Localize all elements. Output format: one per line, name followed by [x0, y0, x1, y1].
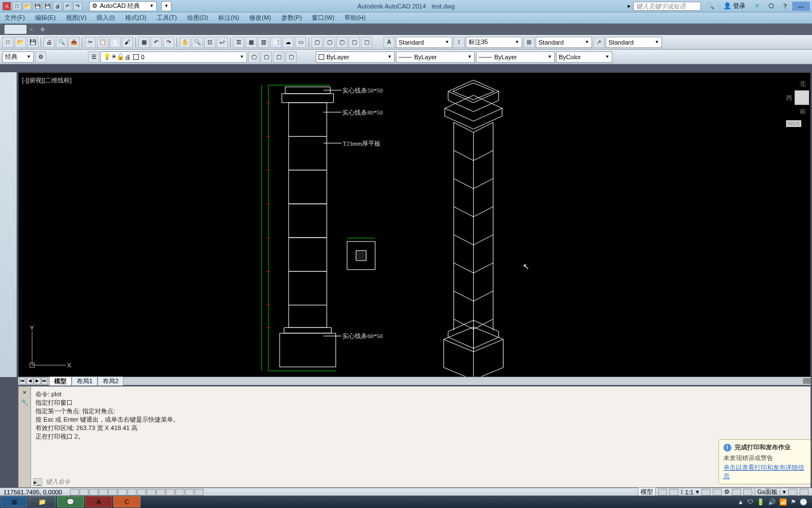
tb-m3-icon[interactable]: ▢ — [336, 37, 347, 48]
search-input[interactable]: 键入关键字或短语 — [633, 2, 701, 11]
task-wechat[interactable]: 💬 — [57, 496, 84, 507]
block-icon[interactable]: ▦ — [138, 37, 149, 48]
close-icon[interactable]: × — [23, 389, 26, 396]
layout-prev-icon[interactable]: ◀ — [27, 378, 33, 384]
ws-gear-icon[interactable]: ⚙ — [35, 51, 46, 63]
workspace2-combo[interactable]: 经典▼ — [2, 51, 34, 63]
cut-icon[interactable]: ✂ — [85, 37, 96, 48]
calc-icon[interactable]: ▭ — [295, 37, 306, 48]
annoauto-toggle[interactable] — [713, 489, 722, 496]
app-menu-button[interactable]: A — [2, 2, 11, 11]
mleader-style-combo[interactable]: Standard▼ — [606, 37, 662, 48]
menu-draw[interactable]: 绘图(D) — [187, 14, 208, 22]
markup-icon[interactable]: ☁ — [283, 37, 294, 48]
undo-icon[interactable]: ↶ — [151, 37, 162, 48]
table-style-combo[interactable]: Standard▼ — [536, 37, 592, 48]
properties-icon[interactable]: ☰ — [233, 37, 244, 48]
textstyle-icon[interactable]: A — [383, 37, 395, 48]
annoscale-icon[interactable]: ⟟ — [681, 488, 683, 496]
annoscale-menu-icon[interactable]: ▾ — [696, 488, 699, 496]
menu-window[interactable]: 窗口(W) — [312, 14, 334, 22]
task-explorer[interactable]: 📁 — [29, 496, 56, 507]
qat-undo-icon[interactable]: ↶ — [63, 2, 72, 11]
menu-file[interactable]: 文件(F) — [5, 14, 25, 22]
dcenter-icon[interactable]: ▦ — [245, 37, 257, 48]
isolate-icon[interactable] — [788, 489, 797, 496]
tb-m2-icon[interactable]: ▢ — [324, 37, 335, 48]
menu-view[interactable]: 视图(V) — [66, 14, 87, 22]
tray-icon[interactable]: 🔊 — [768, 498, 776, 506]
quickview-drawings-icon[interactable] — [669, 489, 678, 496]
cleanscreen-icon[interactable] — [800, 489, 809, 496]
stayconnected-icon[interactable]: ⬡ — [765, 2, 778, 10]
help-icon[interactable]: ? — [780, 3, 790, 10]
pan-icon[interactable]: ✋ — [179, 37, 191, 48]
left-palette[interactable] — [0, 72, 17, 377]
tb-m5-icon[interactable]: ▢ — [361, 37, 372, 48]
task-camtasia[interactable]: C — [113, 496, 140, 507]
paste-icon[interactable]: 📄 — [109, 37, 121, 48]
tray-icon[interactable]: 🔋 — [757, 498, 765, 506]
workspace-menu-button[interactable]: ▼ — [161, 1, 171, 11]
lock-ui-icon[interactable] — [732, 489, 741, 496]
menu-modify[interactable]: 修改(M) — [249, 14, 271, 22]
tb-m4-icon[interactable]: ▢ — [348, 37, 360, 48]
text-style-combo[interactable]: Standard▼ — [396, 37, 452, 48]
tray-icon[interactable]: 🕐 — [800, 498, 807, 506]
sheetset-icon[interactable]: 📑 — [270, 37, 281, 48]
layer-match-icon[interactable]: ▢ — [273, 51, 284, 63]
grid-toggle[interactable] — [80, 489, 89, 496]
qat-print-icon[interactable]: 🖨 — [53, 2, 62, 11]
command-input[interactable]: 键入命令 — [46, 478, 808, 486]
dimstyle-icon[interactable]: ⟟ — [453, 37, 465, 48]
search-arrow-icon[interactable]: ▸ — [628, 2, 631, 10]
qat-redo-icon[interactable]: ↷ — [73, 2, 82, 11]
tab-layout1[interactable]: 布局1 — [72, 376, 98, 386]
quickview-layouts-icon[interactable] — [658, 489, 667, 496]
layout-last-icon[interactable]: ⏭ — [41, 378, 48, 384]
menu-parametric[interactable]: 参数(P) — [281, 14, 302, 22]
zoom-rt-icon[interactable]: 🔍 — [192, 37, 203, 48]
qp-toggle[interactable] — [175, 489, 184, 496]
layer-props-icon[interactable]: ☰ — [88, 51, 99, 63]
linetype-combo[interactable]: ───ByLayer▼ — [396, 51, 475, 63]
qat-open-icon[interactable]: 📂 — [23, 2, 32, 11]
tablestyle-icon[interactable]: ⊞ — [523, 37, 535, 48]
file-tab-close-icon[interactable]: × — [30, 26, 33, 33]
am-toggle[interactable] — [195, 489, 204, 496]
layer-combo[interactable]: 💡 ☀ 🔓 🖨 0 ▼ — [100, 51, 247, 63]
tab-model[interactable]: 模型 — [49, 376, 72, 386]
annoscale-value[interactable]: 1:1 — [685, 489, 694, 496]
menu-insert[interactable]: 插入(I) — [96, 14, 114, 22]
file-tab-active[interactable] — [5, 25, 27, 34]
minimize-button[interactable]: — — [792, 2, 810, 11]
sc-toggle[interactable] — [185, 489, 194, 496]
tray-icon[interactable]: ⚑ — [791, 498, 796, 506]
preview-icon[interactable]: 🔍 — [56, 37, 67, 48]
task-autocad[interactable]: A — [85, 496, 112, 507]
ducs-toggle[interactable] — [137, 489, 146, 496]
start-button[interactable]: ⊞ — [1, 496, 28, 507]
save-icon[interactable]: 💾 — [27, 37, 38, 48]
menu-format[interactable]: 格式(O) — [125, 14, 147, 22]
layer-prev-icon[interactable]: ▢ — [261, 51, 272, 63]
workspace-combo[interactable]: ⚙ AutoCAD 经典 ▼ — [89, 1, 157, 11]
copy-icon[interactable]: 📋 — [97, 37, 108, 48]
dyn-toggle[interactable] — [147, 489, 156, 496]
signin-button[interactable]: 👤 登录 — [720, 2, 749, 10]
toolpalette-icon[interactable]: ▥ — [258, 37, 269, 48]
polar-toggle[interactable] — [99, 489, 108, 496]
drawing-area[interactable]: [-][俯视][二维线框] 北 西 南 WCS — [18, 72, 811, 377]
plotstyle-combo[interactable]: ByColor▼ — [556, 51, 612, 63]
qat-new-icon[interactable]: □ — [12, 2, 21, 11]
qat-saveas-icon[interactable]: 💾 — [43, 2, 52, 11]
command-history[interactable]: 命令: plot 指定打印窗口 指定第一个角点: 指定对角点: 按 Esc 或 … — [31, 387, 810, 487]
hardware-accel-icon[interactable] — [743, 489, 752, 496]
layout-scroll-thumb[interactable] — [803, 378, 811, 384]
menu-help[interactable]: 帮助(H) — [345, 14, 365, 22]
tpy-toggle[interactable] — [166, 489, 175, 496]
infocenter-icon[interactable]: 🔍 — [703, 2, 718, 10]
ws-switch-icon[interactable]: ⚙ — [724, 488, 730, 496]
tray-icon[interactable]: 🛡 — [747, 498, 753, 506]
dim-style-combo[interactable]: 标注35▼ — [466, 37, 522, 48]
